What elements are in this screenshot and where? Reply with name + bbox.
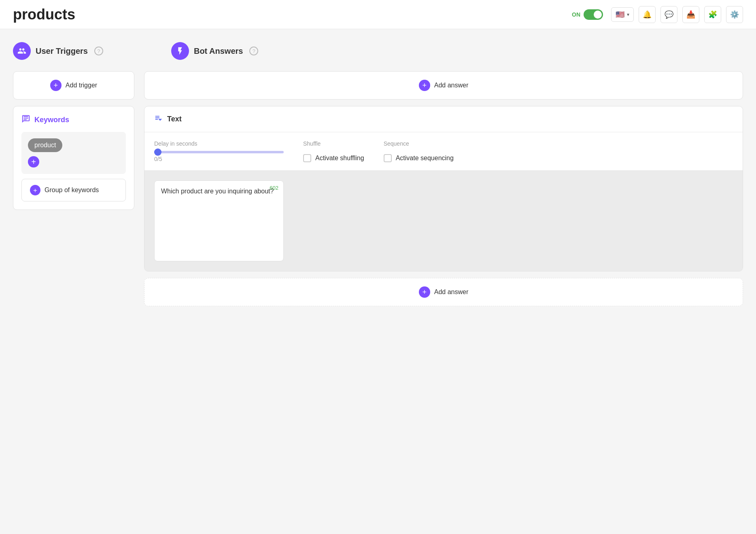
activate-shuffling-label: Activate shuffling [315, 155, 364, 162]
toggle-label: ON [572, 11, 580, 18]
shuffle-checkbox-row: Activate shuffling [303, 154, 364, 162]
sequence-checkbox[interactable] [384, 154, 392, 162]
text-card: Text Delay in seconds [144, 106, 743, 271]
bell-icon: 🔔 [643, 10, 652, 19]
add-trigger-label: Add trigger [66, 82, 97, 89]
puzzle-icon: 🧩 [708, 10, 717, 19]
keyword-tag[interactable]: product [28, 138, 62, 152]
sequence-checkbox-row: Activate sequencing [384, 154, 454, 162]
chat-icon: 💬 [665, 10, 673, 19]
svg-rect-2 [24, 117, 28, 117]
add-answer-top-card[interactable]: + Add answer [144, 71, 743, 100]
user-triggers-help-icon[interactable]: ? [94, 47, 103, 55]
plus-icon: + [50, 80, 62, 91]
text-card-label: Text [167, 115, 182, 123]
svg-rect-1 [24, 119, 27, 120]
add-answer-plus-icon: + [419, 80, 430, 91]
shuffle-label: Shuffle [303, 140, 364, 147]
header-controls: ON 🇺🇸 ▾ 🔔 💬 📥 🧩 ⚙️ [572, 6, 743, 23]
extensions-button[interactable]: 🧩 [704, 6, 721, 23]
section-headers: User Triggers ? Bot Answers ? [13, 42, 743, 60]
delay-control-group: Delay in seconds 0/5 [154, 140, 284, 162]
shuffle-control-group: Shuffle Activate shuffling [303, 140, 364, 162]
bot-answers-icon [171, 42, 189, 60]
text-card-icon [154, 114, 163, 125]
bot-answers-label: Bot Answers [194, 47, 243, 56]
share-icon: ⚙️ [730, 10, 739, 19]
add-trigger-card[interactable]: + Add trigger [13, 71, 134, 100]
bot-answers-help-icon[interactable]: ? [249, 47, 258, 55]
group-keywords-button[interactable]: + Group of keywords [21, 179, 126, 201]
chat-button[interactable]: 💬 [660, 6, 677, 23]
add-answer-bottom-label: Add answer [434, 288, 469, 296]
sequence-control-group: Sequence Activate sequencing [384, 140, 454, 162]
group-keywords-plus-icon: + [30, 185, 40, 195]
delay-slider-wrap: 0/5 [154, 151, 284, 162]
toggle-wrap: ON [572, 9, 603, 20]
add-answer-top-label: Add answer [434, 82, 469, 89]
left-column: + Add trigger Keywords [13, 71, 134, 210]
language-selector[interactable]: 🇺🇸 ▾ [611, 7, 634, 22]
page-title: products [13, 6, 75, 23]
add-answer-top-button[interactable]: + Add answer [419, 80, 469, 91]
settings-button[interactable]: ⚙️ [726, 6, 743, 23]
add-answer-bottom-plus-icon: + [419, 286, 430, 298]
on-off-toggle[interactable] [584, 9, 603, 20]
delay-label: Delay in seconds [154, 140, 284, 147]
svg-rect-0 [24, 118, 28, 119]
keyword-add-button[interactable]: + [28, 156, 39, 167]
text-card-controls: Delay in seconds 0/5 [144, 132, 743, 171]
header: products ON 🇺🇸 ▾ 🔔 💬 📥 🧩 ⚙️ [0, 0, 756, 29]
inbox-icon: 📥 [686, 10, 695, 19]
group-keywords-label: Group of keywords [45, 186, 99, 194]
user-triggers-icon [13, 42, 31, 60]
text-area-card: 602 Which product are you inquiring abou… [154, 180, 284, 261]
main-content: User Triggers ? Bot Answers ? + Add trig… [0, 29, 756, 534]
user-triggers-label: User Triggers [36, 47, 88, 56]
keywords-label: Keywords [34, 116, 69, 124]
keywords-inner: product + [21, 132, 126, 174]
add-trigger-button[interactable]: + Add trigger [50, 80, 97, 91]
keywords-header: Keywords [21, 114, 126, 125]
flag-icon: 🇺🇸 [616, 10, 624, 19]
add-answer-bottom-card[interactable]: + Add answer [144, 278, 743, 306]
notifications-button[interactable]: 🔔 [639, 6, 656, 23]
add-answer-bottom-button[interactable]: + Add answer [419, 286, 469, 298]
keywords-card: Keywords product + + Group of keywords [13, 106, 134, 210]
right-column: + Add answer Text [144, 71, 743, 306]
shuffle-checkbox[interactable] [303, 154, 311, 162]
keywords-icon [21, 114, 30, 125]
text-card-header: Text [144, 106, 743, 132]
text-area-content[interactable]: Which product are you inquiring about? [155, 181, 283, 203]
text-area-section: 602 Which product are you inquiring abou… [144, 171, 743, 271]
char-counter: 602 [270, 185, 278, 191]
user-triggers-header: User Triggers ? [13, 42, 103, 60]
two-col-layout: + Add trigger Keywords [13, 71, 743, 306]
activate-sequencing-label: Activate sequencing [396, 155, 454, 162]
chevron-down-icon: ▾ [627, 12, 629, 17]
bot-answers-header: Bot Answers ? [171, 42, 259, 60]
inbox-button[interactable]: 📥 [682, 6, 699, 23]
sequence-label: Sequence [384, 140, 454, 147]
